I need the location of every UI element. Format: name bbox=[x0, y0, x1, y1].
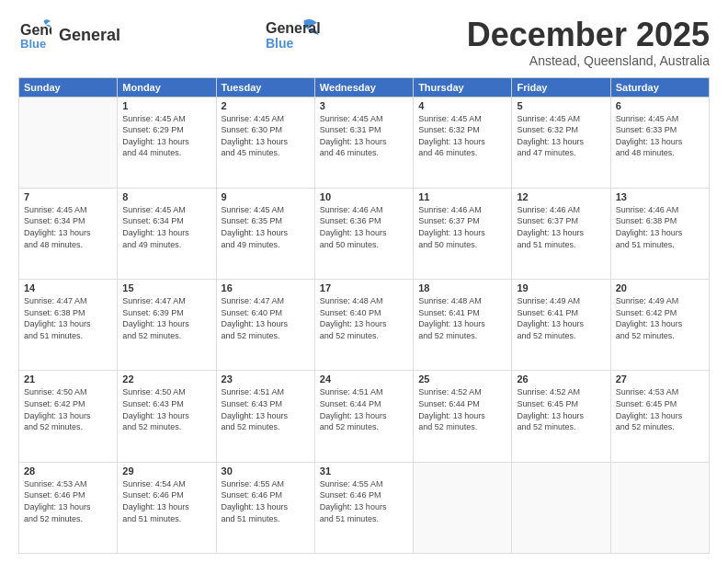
calendar-cell: 23Sunrise: 4:51 AMSunset: 6:43 PMDayligh… bbox=[216, 371, 314, 462]
calendar-cell bbox=[414, 462, 512, 553]
day-number: 3 bbox=[320, 100, 408, 111]
day-info: Sunrise: 4:45 AMSunset: 6:34 PMDaylight:… bbox=[24, 204, 112, 250]
day-number: 14 bbox=[24, 282, 112, 293]
day-info: Sunrise: 4:53 AMSunset: 6:45 PMDaylight:… bbox=[616, 386, 704, 432]
calendar-cell: 2Sunrise: 4:45 AMSunset: 6:30 PMDaylight… bbox=[216, 97, 314, 188]
day-number: 22 bbox=[122, 373, 210, 385]
day-info: Sunrise: 4:45 AMSunset: 6:30 PMDaylight:… bbox=[222, 113, 310, 159]
day-number: 30 bbox=[222, 465, 310, 477]
calendar-cell: 29Sunrise: 4:54 AMSunset: 6:46 PMDayligh… bbox=[118, 462, 216, 553]
day-number: 8 bbox=[122, 191, 210, 202]
col-thursday: Thursday bbox=[414, 77, 512, 97]
calendar-cell: 22Sunrise: 4:50 AMSunset: 6:43 PMDayligh… bbox=[118, 371, 216, 462]
svg-text:General: General bbox=[20, 22, 51, 38]
calendar-cell: 4Sunrise: 4:45 AMSunset: 6:32 PMDaylight… bbox=[414, 97, 512, 188]
day-number: 29 bbox=[122, 465, 210, 477]
calendar-cell: 28Sunrise: 4:53 AMSunset: 6:46 PMDayligh… bbox=[19, 462, 118, 553]
day-info: Sunrise: 4:49 AMSunset: 6:41 PMDaylight:… bbox=[517, 295, 605, 341]
day-info: Sunrise: 4:46 AMSunset: 6:38 PMDaylight:… bbox=[616, 204, 704, 250]
day-number: 16 bbox=[222, 282, 310, 293]
day-number: 2 bbox=[222, 100, 310, 111]
calendar-cell: 3Sunrise: 4:45 AMSunset: 6:31 PMDaylight… bbox=[314, 97, 413, 188]
page: General Blue General General Blue bbox=[0, 0, 728, 563]
calendar-week-row: 14Sunrise: 4:47 AMSunset: 6:38 PMDayligh… bbox=[19, 280, 710, 371]
calendar-cell: 21Sunrise: 4:50 AMSunset: 6:42 PMDayligh… bbox=[19, 371, 118, 462]
day-info: Sunrise: 4:45 AMSunset: 6:29 PMDaylight:… bbox=[122, 113, 210, 159]
calendar-cell: 12Sunrise: 4:46 AMSunset: 6:37 PMDayligh… bbox=[512, 188, 610, 279]
day-info: Sunrise: 4:47 AMSunset: 6:39 PMDaylight:… bbox=[122, 295, 210, 341]
day-number: 18 bbox=[418, 282, 506, 293]
day-number: 4 bbox=[418, 100, 506, 111]
calendar-cell: 26Sunrise: 4:52 AMSunset: 6:45 PMDayligh… bbox=[512, 371, 610, 462]
day-number: 17 bbox=[320, 282, 408, 293]
logo-general-text: General bbox=[59, 26, 120, 44]
calendar-header-row: Sunday Monday Tuesday Wednesday Thursday… bbox=[19, 77, 710, 97]
calendar-week-row: 28Sunrise: 4:53 AMSunset: 6:46 PMDayligh… bbox=[19, 462, 710, 553]
calendar-cell: 6Sunrise: 4:45 AMSunset: 6:33 PMDaylight… bbox=[610, 97, 709, 188]
svg-text:Blue: Blue bbox=[20, 37, 46, 50]
col-friday: Friday bbox=[512, 77, 610, 97]
day-info: Sunrise: 4:55 AMSunset: 6:46 PMDaylight:… bbox=[320, 478, 408, 524]
day-number: 11 bbox=[418, 191, 506, 202]
day-number: 19 bbox=[517, 282, 605, 293]
day-info: Sunrise: 4:48 AMSunset: 6:41 PMDaylight:… bbox=[418, 295, 506, 341]
calendar-cell: 1Sunrise: 4:45 AMSunset: 6:29 PMDaylight… bbox=[118, 97, 216, 188]
day-number: 10 bbox=[320, 191, 408, 202]
svg-text:General: General bbox=[266, 20, 321, 36]
calendar-cell: 17Sunrise: 4:48 AMSunset: 6:40 PMDayligh… bbox=[314, 280, 413, 371]
calendar-cell: 24Sunrise: 4:51 AMSunset: 6:44 PMDayligh… bbox=[314, 371, 413, 462]
day-info: Sunrise: 4:54 AMSunset: 6:46 PMDaylight:… bbox=[122, 478, 210, 524]
col-sunday: Sunday bbox=[19, 77, 118, 97]
calendar-cell bbox=[512, 462, 610, 553]
day-info: Sunrise: 4:55 AMSunset: 6:46 PMDaylight:… bbox=[222, 478, 310, 524]
calendar-cell: 15Sunrise: 4:47 AMSunset: 6:39 PMDayligh… bbox=[118, 280, 216, 371]
day-info: Sunrise: 4:45 AMSunset: 6:34 PMDaylight:… bbox=[122, 204, 210, 250]
day-number: 28 bbox=[24, 465, 112, 477]
day-info: Sunrise: 4:51 AMSunset: 6:43 PMDaylight:… bbox=[222, 386, 310, 432]
day-number: 20 bbox=[616, 282, 704, 293]
calendar-cell bbox=[610, 462, 709, 553]
day-info: Sunrise: 4:45 AMSunset: 6:33 PMDaylight:… bbox=[616, 113, 704, 159]
day-info: Sunrise: 4:49 AMSunset: 6:42 PMDaylight:… bbox=[616, 295, 704, 341]
day-info: Sunrise: 4:52 AMSunset: 6:44 PMDaylight:… bbox=[418, 386, 506, 432]
day-info: Sunrise: 4:46 AMSunset: 6:36 PMDaylight:… bbox=[320, 204, 408, 250]
col-monday: Monday bbox=[118, 77, 216, 97]
day-number: 13 bbox=[616, 191, 704, 202]
calendar-week-row: 7Sunrise: 4:45 AMSunset: 6:34 PMDaylight… bbox=[19, 188, 710, 279]
day-number: 23 bbox=[222, 373, 310, 385]
logo: General Blue General bbox=[18, 17, 120, 53]
day-number: 15 bbox=[122, 282, 210, 293]
day-number: 25 bbox=[418, 373, 506, 385]
day-info: Sunrise: 4:46 AMSunset: 6:37 PMDaylight:… bbox=[418, 204, 506, 250]
day-info: Sunrise: 4:45 AMSunset: 6:31 PMDaylight:… bbox=[320, 113, 408, 159]
calendar-cell: 30Sunrise: 4:55 AMSunset: 6:46 PMDayligh… bbox=[216, 462, 314, 553]
logo-full: General Blue bbox=[266, 17, 321, 53]
calendar-cell: 25Sunrise: 4:52 AMSunset: 6:44 PMDayligh… bbox=[414, 371, 512, 462]
calendar-cell: 8Sunrise: 4:45 AMSunset: 6:34 PMDaylight… bbox=[118, 188, 216, 279]
calendar-cell: 14Sunrise: 4:47 AMSunset: 6:38 PMDayligh… bbox=[19, 280, 118, 371]
col-tuesday: Tuesday bbox=[216, 77, 314, 97]
day-number: 9 bbox=[222, 191, 310, 202]
calendar-week-row: 21Sunrise: 4:50 AMSunset: 6:42 PMDayligh… bbox=[19, 371, 710, 462]
title-section: December 2025 Anstead, Queensland, Austr… bbox=[467, 17, 710, 68]
calendar-cell: 13Sunrise: 4:46 AMSunset: 6:38 PMDayligh… bbox=[610, 188, 709, 279]
day-info: Sunrise: 4:51 AMSunset: 6:44 PMDaylight:… bbox=[320, 386, 408, 432]
day-info: Sunrise: 4:45 AMSunset: 6:32 PMDaylight:… bbox=[517, 113, 605, 159]
header: General Blue General General Blue bbox=[18, 17, 710, 68]
calendar-week-row: 1Sunrise: 4:45 AMSunset: 6:29 PMDaylight… bbox=[19, 97, 710, 188]
col-wednesday: Wednesday bbox=[314, 77, 413, 97]
day-info: Sunrise: 4:53 AMSunset: 6:46 PMDaylight:… bbox=[24, 478, 112, 524]
day-number: 7 bbox=[24, 191, 112, 202]
col-saturday: Saturday bbox=[610, 77, 709, 97]
calendar-cell: 5Sunrise: 4:45 AMSunset: 6:32 PMDaylight… bbox=[512, 97, 610, 188]
day-info: Sunrise: 4:50 AMSunset: 6:42 PMDaylight:… bbox=[24, 386, 112, 432]
day-number: 31 bbox=[320, 465, 408, 477]
day-number: 21 bbox=[24, 373, 112, 385]
logo-icon: General Blue bbox=[18, 17, 51, 50]
calendar-cell: 11Sunrise: 4:46 AMSunset: 6:37 PMDayligh… bbox=[414, 188, 512, 279]
location: Anstead, Queensland, Australia bbox=[467, 53, 710, 68]
day-info: Sunrise: 4:46 AMSunset: 6:37 PMDaylight:… bbox=[517, 204, 605, 250]
calendar-cell: 10Sunrise: 4:46 AMSunset: 6:36 PMDayligh… bbox=[314, 188, 413, 279]
calendar-cell: 20Sunrise: 4:49 AMSunset: 6:42 PMDayligh… bbox=[610, 280, 709, 371]
day-info: Sunrise: 4:47 AMSunset: 6:38 PMDaylight:… bbox=[24, 295, 112, 341]
